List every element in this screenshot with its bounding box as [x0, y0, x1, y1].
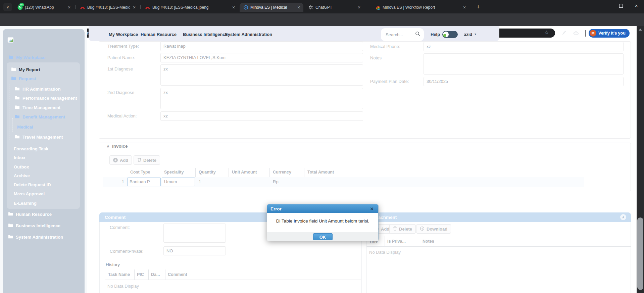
tab-minova-medical-active[interactable]: Minova ES | Medical ✕ — [240, 3, 303, 12]
col-comment[interactable]: Comment — [168, 272, 187, 277]
medical-phone-input[interactable]: xz — [424, 42, 624, 51]
attachment-delete-button[interactable]: Delete — [389, 224, 416, 234]
nav-human-resource[interactable]: Human Resource — [141, 32, 177, 37]
sidebar-item-inbox[interactable]: Inbox — [14, 154, 26, 161]
sidebar-item-forwarding-task[interactable]: Forwarding Task — [14, 145, 48, 152]
eyedropper-icon[interactable] — [561, 30, 566, 37]
invoice-delete-button[interactable]: Delete — [134, 155, 160, 165]
cost-type-cell[interactable]: Bantuan P — [127, 178, 161, 186]
bookmark-star-icon[interactable]: ☆ — [544, 29, 549, 36]
sidebar-item-request[interactable]: Request — [11, 75, 36, 82]
col-total-amount[interactable]: Total Amount — [307, 170, 334, 175]
col-pic[interactable]: PIC — [137, 272, 144, 277]
collapse-icon[interactable]: ∧ — [107, 144, 109, 148]
scrollbar-up-arrow-icon[interactable] — [639, 29, 642, 31]
verify-profile-button[interactable]: M Verify it's you — [589, 29, 630, 38]
new-tab-button[interactable]: + — [474, 3, 483, 11]
col-unit-amount[interactable]: Unit Amount — [232, 170, 257, 175]
col-date[interactable]: Da... — [151, 272, 160, 277]
tab-close-icon[interactable]: ✕ — [132, 5, 137, 10]
ok-button[interactable]: OK — [313, 233, 333, 240]
comment-textarea[interactable] — [163, 224, 226, 243]
sidebar-item-archive[interactable]: Archive — [14, 172, 30, 179]
tab-close-icon[interactable]: ✕ — [462, 5, 467, 10]
patient-name-input[interactable]: KEZIA CYNTHIA LOVEL,S.Kom — [160, 53, 363, 62]
first-diagnose-textarea[interactable]: zx — [160, 64, 363, 86]
treatment-type-label: Treatment Type: — [107, 44, 139, 49]
tab-whatsapp[interactable]: 99+ (120) WhatsApp ✕ — [14, 3, 74, 12]
tab-close-icon[interactable]: ✕ — [356, 5, 362, 10]
window-minimize-button[interactable]: ─ — [598, 0, 613, 11]
nav-business-intelligence[interactable]: Business Intelligence — [183, 32, 228, 37]
currency-cell[interactable]: Rp — [273, 179, 279, 184]
history-title: History — [106, 262, 120, 267]
attachment-download-button[interactable]: Download — [416, 224, 451, 234]
sidebar-item-label: Business Intelligence — [16, 223, 60, 228]
folder-icon — [8, 55, 13, 60]
sidebar-item-e-learning[interactable]: E-Learning — [14, 200, 37, 206]
dialog-close-icon[interactable]: ✕ — [369, 206, 375, 211]
tab-close-icon[interactable]: ✕ — [231, 5, 236, 10]
nav-my-workplace[interactable]: My Workplace — [109, 32, 138, 37]
attachment-section-header[interactable]: Attachment — [366, 212, 631, 222]
delete-label: Delete — [399, 227, 412, 232]
sidebar-item-medical[interactable]: Medical — [17, 124, 33, 130]
tab-close-icon[interactable]: ✕ — [296, 5, 301, 10]
sidebar-item-hr-administration[interactable]: HR Administration — [15, 86, 61, 92]
extensions-puzzle-icon[interactable] — [573, 30, 579, 37]
tab-chatgpt[interactable]: ChatGPT ✕ — [305, 3, 364, 12]
sidebar-item-label: Request — [19, 76, 36, 81]
col-speciality[interactable]: Speciality — [164, 170, 184, 175]
sidebar-item-human-resource[interactable]: Human Resource — [8, 211, 52, 217]
col-currency[interactable]: Currency — [273, 170, 291, 175]
comment-private-input[interactable]: NO — [163, 246, 226, 255]
notes-textarea[interactable] — [424, 53, 624, 75]
tab-close-icon[interactable]: ✕ — [66, 5, 72, 10]
sidebar-item-benefit-management[interactable]: Benefit Management — [15, 113, 65, 120]
error-dialog: Error ✕ Di Table Invoice field Unit Amou… — [267, 204, 379, 241]
redmine-icon — [145, 5, 150, 10]
col-is-private[interactable]: Is Priva... — [387, 239, 406, 244]
attachment-collapse-button[interactable]: ∧ — [620, 214, 626, 220]
window-close-button[interactable]: ✕ — [629, 0, 644, 11]
profile-avatar: M — [590, 30, 596, 37]
tab-title: ChatGPT — [315, 5, 354, 10]
col-notes[interactable]: Notes — [423, 239, 434, 244]
second-diagnose-textarea[interactable]: zx — [160, 88, 363, 109]
tab-bug-4013-a[interactable]: Bug #4013: [ESS-Medical]penge ✕ — [77, 3, 139, 12]
tab-bug-4013-b[interactable]: Bug #4013: [ESS-Medical]peng ✕ — [142, 3, 238, 12]
scrollbar-thumb[interactable] — [637, 217, 643, 290]
sidebar-item-mass-approval[interactable]: Mass Approval — [14, 190, 45, 197]
search-input[interactable]: Search... — [381, 28, 424, 41]
page-scrollbar[interactable] — [637, 26, 644, 293]
medical-action-label: Medical Action: — [107, 113, 137, 118]
speciality-cell[interactable]: Umum — [162, 178, 195, 186]
sidebar-item-business-intelligence[interactable]: Business Intelligence — [8, 222, 60, 229]
theme-toggle[interactable] — [442, 31, 458, 38]
col-cost-type[interactable]: Cost Type — [130, 170, 150, 175]
nav-system-administration[interactable]: System Administration — [225, 32, 272, 37]
payment-plan-date-input[interactable]: 30/11/2025 — [424, 77, 624, 86]
chevron-down-icon[interactable]: ▾ — [475, 32, 476, 36]
treatment-type-input[interactable]: Rawat Inap — [160, 42, 363, 51]
sidebar-item-my-workplace[interactable]: My Workplace — [8, 54, 45, 61]
medical-action-input[interactable]: xz — [160, 111, 363, 121]
sidebar-item-performance-management[interactable]: Performance Management — [15, 95, 77, 101]
help-link[interactable]: Help — [431, 32, 440, 37]
sidebar-item-delete-request-id[interactable]: Delete Request ID — [14, 181, 51, 188]
sidebar-item-my-report[interactable]: My Report — [11, 66, 40, 73]
sidebar-item-outbox[interactable]: Outbox — [14, 163, 29, 170]
window-maximize-button[interactable] — [613, 0, 629, 11]
tab-minova-workflow[interactable]: Minova ES | Workflow Report ✕ — [372, 3, 469, 12]
first-diagnose-label: 1st Diagnose — [107, 66, 133, 71]
quantity-cell[interactable]: 1 — [199, 179, 201, 184]
invoice-add-button[interactable]: + Add — [109, 155, 132, 165]
col-task-name[interactable]: Task Name — [108, 272, 130, 277]
col-quantity[interactable]: Quantity — [199, 170, 216, 175]
tab-search-button[interactable]: ∨ — [3, 3, 12, 11]
error-dialog-titlebar[interactable]: Error ✕ — [267, 204, 378, 213]
sidebar-item-system-administration[interactable]: System Administration — [8, 234, 63, 240]
sidebar-item-time-management[interactable]: Time Management — [15, 104, 60, 111]
user-menu[interactable]: azid — [464, 32, 472, 37]
sidebar-item-travel-management[interactable]: Travel Management — [15, 134, 63, 140]
